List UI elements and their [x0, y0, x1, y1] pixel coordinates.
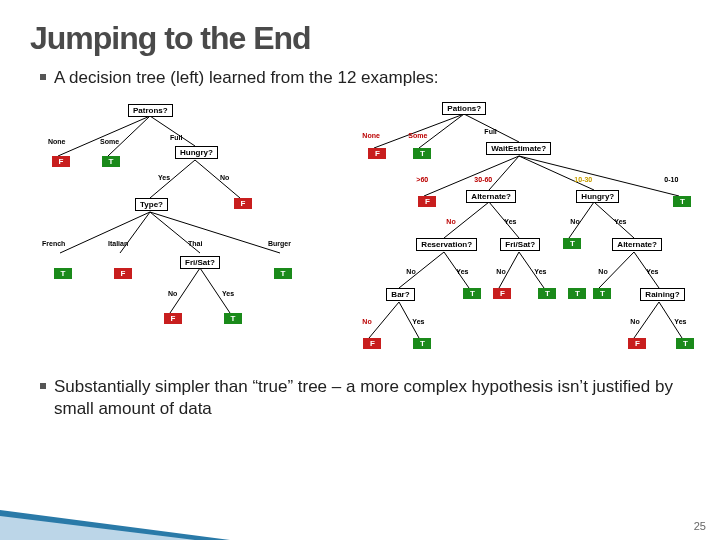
- leaf-f-frisat-no: F: [164, 313, 182, 324]
- leaf-t-res-yes: T: [463, 288, 481, 299]
- leaf-t-hungry-no: T: [563, 238, 581, 249]
- node-bar: Bar?: [386, 288, 414, 301]
- edge-french: French: [42, 240, 65, 247]
- edge-res-no: No: [406, 268, 415, 275]
- leaf-f-hungry-no: F: [234, 198, 252, 209]
- svg-line-3: [150, 160, 195, 198]
- node-alt1: Alternate?: [466, 190, 516, 203]
- node-hungry-r: Hungry?: [576, 190, 619, 203]
- node-rain: Raining?: [640, 288, 684, 301]
- edge-hungry-yes: Yes: [158, 174, 170, 181]
- svg-line-12: [419, 114, 464, 148]
- node-pations: Pations?: [442, 102, 486, 115]
- node-type: Type?: [135, 198, 168, 211]
- node-frisat: Fri/Sat?: [180, 256, 220, 269]
- edge-thai: Thai: [188, 240, 202, 247]
- edge-frisat-yes: Yes: [222, 290, 234, 297]
- leaf-t-bar-yes: T: [413, 338, 431, 349]
- edge-frisat-r-no: No: [496, 268, 505, 275]
- tree-lines-right: [334, 98, 694, 368]
- svg-line-16: [519, 156, 594, 190]
- slide-title: Jumping to the End: [30, 20, 690, 57]
- leaf-f-gt60: F: [418, 196, 436, 207]
- edge-alt2-no: No: [598, 268, 607, 275]
- page-number: 25: [694, 520, 706, 532]
- edge-bar-yes: Yes: [412, 318, 424, 325]
- edge-res-yes: Yes: [456, 268, 468, 275]
- diagrams-row: Patrons? None Some Full F T Hungry? Yes …: [30, 98, 690, 368]
- footer-decoration-light: [0, 516, 195, 540]
- decision-tree-left: Patrons? None Some Full F T Hungry? Yes …: [30, 98, 326, 368]
- leaf-t-r-some: T: [413, 148, 431, 159]
- leaf-t-frisat-r-yes: T: [538, 288, 556, 299]
- svg-line-0: [58, 116, 150, 156]
- edge-some: Some: [100, 138, 119, 145]
- edge-r-none: None: [362, 132, 380, 139]
- edge-hungry-r-yes: Yes: [614, 218, 626, 225]
- leaf-f-italian: F: [114, 268, 132, 279]
- edge-burger: Burger: [268, 240, 291, 247]
- edge-rain-no: No: [630, 318, 639, 325]
- edge-1030: 10-30: [574, 176, 592, 183]
- leaf-t-some: T: [102, 156, 120, 167]
- svg-line-15: [489, 156, 519, 190]
- svg-line-11: [374, 114, 464, 148]
- edge-bar-no: No: [362, 318, 371, 325]
- svg-line-2: [150, 116, 195, 146]
- edge-3060: 30-60: [474, 176, 492, 183]
- edge-hungry-r-no: No: [570, 218, 579, 225]
- node-res: Reservation?: [416, 238, 477, 251]
- edge-hungry-no: No: [220, 174, 229, 181]
- leaf-t-alt2-no: T: [593, 288, 611, 299]
- edge-italian: Italian: [108, 240, 128, 247]
- edge-r-some: Some: [408, 132, 427, 139]
- node-frisat-r: Fri/Sat?: [500, 238, 540, 251]
- edge-alt1-no: No: [446, 218, 455, 225]
- leaf-f-rain-no: F: [628, 338, 646, 349]
- edge-alt1-yes: Yes: [504, 218, 516, 225]
- svg-line-8: [150, 212, 280, 253]
- edge-rain-yes: Yes: [674, 318, 686, 325]
- node-alt2: Alternate?: [612, 238, 662, 251]
- svg-line-28: [369, 302, 399, 338]
- bullet-2: Substantially simpler than “true” tree –…: [40, 376, 690, 419]
- node-hungry: Hungry?: [175, 146, 218, 159]
- edge-full: Full: [170, 134, 182, 141]
- leaf-f-r-none: F: [368, 148, 386, 159]
- leaf-t-french: T: [54, 268, 72, 279]
- bullet-1: A decision tree (left) learned from the …: [40, 67, 690, 88]
- edge-frisat-r-yes: Yes: [534, 268, 546, 275]
- leaf-f-none: F: [52, 156, 70, 167]
- leaf-t-rain-yes: T: [676, 338, 694, 349]
- leaf-f-frisat-r-no: F: [493, 288, 511, 299]
- edge-010: 0-10: [664, 176, 678, 183]
- svg-line-1: [108, 116, 150, 156]
- edge-gt60: >60: [416, 176, 428, 183]
- leaf-f-bar-no: F: [363, 338, 381, 349]
- edge-frisat-no: No: [168, 290, 177, 297]
- decision-tree-right: Pations? None Some Full F T WaitEstimate…: [334, 98, 690, 368]
- svg-line-5: [60, 212, 150, 253]
- leaf-t-frisat-yes: T: [224, 313, 242, 324]
- node-wait: WaitEstimate?: [486, 142, 551, 155]
- edge-r-full: Full: [484, 128, 496, 135]
- node-patrons: Patrons?: [128, 104, 173, 117]
- edge-none: None: [48, 138, 66, 145]
- leaf-t-extra: T: [568, 288, 586, 299]
- svg-line-4: [195, 160, 240, 198]
- leaf-t-burger: T: [274, 268, 292, 279]
- leaf-t-010: T: [673, 196, 691, 207]
- edge-alt2-yes: Yes: [646, 268, 658, 275]
